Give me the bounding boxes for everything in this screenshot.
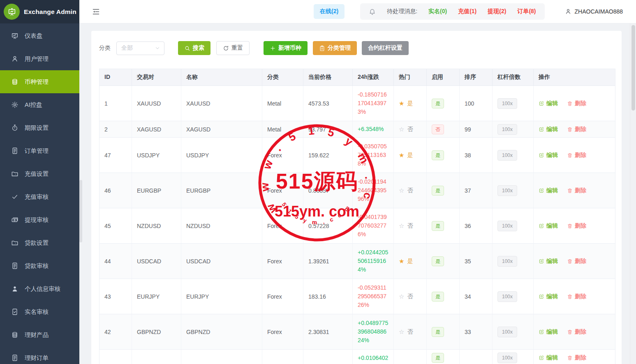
star-outline-icon[interactable]: ☆ — [399, 328, 404, 336]
online-users-badge[interactable]: 在线(2) — [314, 4, 345, 19]
main-area: 分类 全部 搜索 重置 新增币种 分类管理 合约杠杆设置 — [79, 23, 636, 364]
delete-button[interactable]: 删除 — [567, 258, 586, 265]
delete-button[interactable]: 删除 — [567, 293, 586, 300]
users-icon — [11, 55, 19, 62]
edit-button[interactable]: 编辑 — [539, 126, 558, 133]
star-outline-icon[interactable]: ☆ — [399, 293, 404, 300]
category-select[interactable]: 全部 — [116, 41, 164, 55]
search-button[interactable]: 搜索 — [178, 41, 210, 55]
sidebar-item[interactable]: 充值设置 — [0, 162, 79, 185]
sidebar-item-label: 理财产品 — [25, 331, 49, 339]
cell-24h-change: -0.03507057951131638% — [353, 138, 394, 173]
app-logo — [4, 4, 20, 20]
person-icon — [565, 8, 571, 15]
pending-message-item[interactable]: 实名(0) — [428, 8, 447, 15]
cell-actions: 编辑删除 — [534, 173, 616, 208]
reset-button[interactable]: 重置 — [216, 41, 250, 55]
sidebar-item[interactable]: AI控盘 — [0, 93, 79, 116]
cell-actions: 编辑删除 — [534, 350, 616, 364]
leverage-tag: 100x — [497, 256, 517, 267]
page-scrollbar-thumb[interactable] — [631, 25, 635, 111]
enabled-badge: 是 — [432, 353, 444, 363]
edit-button[interactable]: 编辑 — [539, 328, 558, 336]
edit-icon — [539, 188, 544, 194]
sidebar-item[interactable]: 贷款审核 — [0, 254, 79, 277]
sidebar-item[interactable]: 币种管理 — [0, 70, 79, 93]
user-menu[interactable]: ZHAOCAIMAO888 — [565, 8, 623, 15]
edit-button[interactable]: 编辑 — [539, 100, 558, 107]
edit-button[interactable]: 编辑 — [539, 354, 558, 362]
star-outline-icon[interactable]: ☆ — [399, 126, 404, 133]
sidebar-item[interactable]: 充值审核 — [0, 185, 79, 208]
cell-category — [262, 350, 303, 364]
sidebar-item[interactable]: 订单管理 — [0, 139, 79, 162]
edit-button[interactable]: 编辑 — [539, 222, 558, 230]
edit-button[interactable]: 编辑 — [539, 187, 558, 194]
delete-button[interactable]: 删除 — [567, 126, 586, 133]
delete-button[interactable]: 删除 — [567, 328, 586, 336]
table-header-row: ID交易对名称分类当前价格24h涨跌热门启用排序杠杆倍数操作 — [99, 69, 615, 86]
sidebar-scrollbar-thumb[interactable] — [79, 180, 82, 242]
cell-24h-change: +6.3548% — [353, 121, 394, 137]
sidebar-item[interactable]: 理财产品 — [0, 323, 79, 346]
star-outline-icon[interactable]: ☆ — [399, 187, 404, 194]
cell-name: NZDUSD — [181, 208, 262, 243]
column-header: ID — [99, 69, 132, 85]
delete-button[interactable]: 删除 — [567, 187, 586, 194]
star-filled-icon[interactable]: ★ — [399, 100, 404, 107]
leverage-tag: 100x — [497, 352, 517, 363]
star-filled-icon[interactable]: ★ — [399, 258, 404, 265]
edit-button[interactable]: 编辑 — [539, 258, 558, 265]
cell-24h-change: -0.04017397076032776% — [353, 208, 394, 243]
enabled-badge: 是 — [432, 292, 444, 302]
sidebar-item[interactable]: 提现审核 — [0, 208, 79, 231]
sidebar-item[interactable]: 用户管理 — [0, 47, 79, 70]
cell-sort: 38 — [460, 138, 493, 173]
cell-hot — [394, 350, 427, 364]
sidebar-item[interactable]: 期限设置 — [0, 116, 79, 139]
contract-leverage-settings-button[interactable]: 合约杠杆设置 — [362, 41, 409, 55]
cell-price: 0.86857 — [303, 173, 353, 208]
star-outline-icon[interactable]: ☆ — [399, 222, 404, 230]
sidebar-item[interactable]: 实名审核 — [0, 300, 79, 323]
cell-hot: ☆否 — [394, 208, 427, 243]
delete-button[interactable]: 删除 — [567, 222, 586, 230]
enabled-badge: 是 — [432, 327, 444, 337]
document-icon — [11, 354, 19, 362]
cell-name: USDJPY — [181, 138, 262, 173]
edit-icon — [539, 258, 544, 264]
sidebar-item[interactable]: 贷款设置 — [0, 231, 79, 254]
cell-id: 46 — [99, 173, 132, 208]
cell-category: Forex — [262, 314, 303, 349]
sidebar-toggle-icon[interactable] — [92, 7, 100, 16]
sidebar-item[interactable]: 个人信息审核 — [0, 277, 79, 300]
page-scrollbar-track[interactable] — [630, 23, 636, 364]
bell-icon — [369, 8, 376, 15]
cell-hot: ★是 — [394, 138, 427, 173]
cell-enabled: 是 — [427, 279, 460, 314]
cell-category: Forex — [262, 173, 303, 208]
leverage-tag: 100x — [497, 327, 517, 337]
cell-name: EURJPY — [181, 279, 262, 314]
sidebar-item[interactable]: 仪表盘 — [0, 24, 79, 47]
delete-button[interactable]: 删除 — [567, 354, 586, 362]
edit-button[interactable]: 编辑 — [539, 152, 558, 159]
delete-button[interactable]: 删除 — [567, 152, 586, 159]
sidebar-item-label: 期限设置 — [25, 124, 49, 132]
delete-button[interactable]: 删除 — [567, 100, 586, 107]
pending-message-item[interactable]: 提现(2) — [488, 8, 506, 15]
cell-name: GBPNZD — [181, 314, 262, 349]
pending-message-item[interactable]: 订单(8) — [517, 8, 536, 15]
category-manage-button[interactable]: 分类管理 — [313, 41, 357, 55]
cell-leverage: 100x — [493, 138, 534, 173]
pending-message-item[interactable]: 充值(1) — [458, 8, 476, 15]
cell-category: Metal — [262, 121, 303, 137]
star-filled-icon[interactable]: ★ — [399, 152, 404, 159]
coins-icon — [11, 331, 19, 339]
cell-enabled: 是 — [427, 350, 460, 364]
chevron-down-icon — [155, 45, 160, 51]
sidebar-item-label: 仪表盘 — [25, 32, 43, 40]
sidebar-item[interactable]: 理财订单 — [0, 346, 79, 364]
edit-button[interactable]: 编辑 — [539, 293, 558, 300]
add-currency-button[interactable]: 新增币种 — [264, 41, 308, 55]
